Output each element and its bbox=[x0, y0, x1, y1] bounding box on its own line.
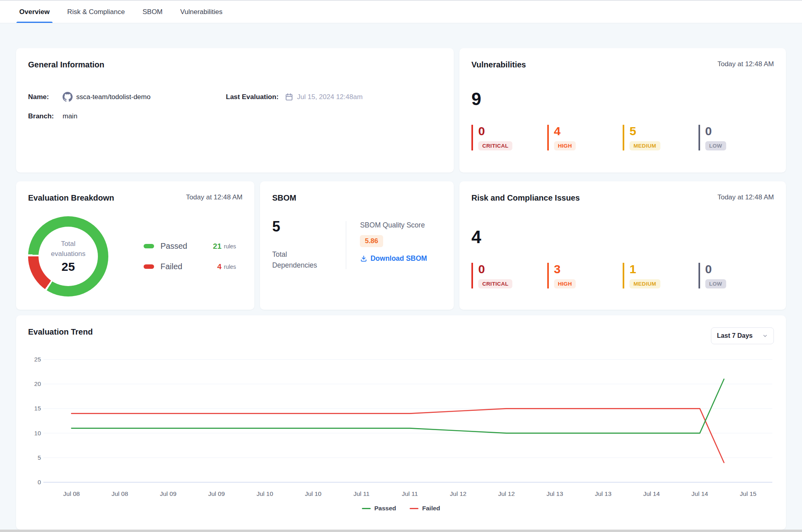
evaluation-trend-title: Evaluation Trend bbox=[28, 327, 93, 337]
svg-text:15: 15 bbox=[34, 405, 41, 412]
svg-text:Jul 11: Jul 11 bbox=[353, 490, 370, 497]
last-evaluation-value: Jul 15, 2024 12:48am bbox=[297, 93, 363, 101]
risk-compliance-card: Risk and Compliance Issues Today at 12:4… bbox=[459, 181, 786, 310]
risk-critical-stat: 0 CRITICAL bbox=[471, 263, 547, 288]
download-sbom-link[interactable]: Download SBOM bbox=[360, 254, 427, 263]
general-information-title: General Information bbox=[28, 60, 104, 69]
legend-row-passed: Passed 21 rules bbox=[144, 242, 236, 251]
vuln-critical-count: 0 bbox=[478, 125, 547, 138]
svg-text:Jul 13: Jul 13 bbox=[546, 490, 563, 497]
passed-pill-icon bbox=[144, 244, 154, 248]
branch-value: main bbox=[63, 112, 77, 120]
risk-compliance-timestamp: Today at 12:48 AM bbox=[717, 193, 774, 201]
evaluations-donut-chart: Total evaluations 25 bbox=[28, 216, 108, 296]
medium-badge: MEDIUM bbox=[629, 141, 660, 150]
evaluation-trend-chart: 0510152025Jul 08Jul 08Jul 09Jul 09Jul 10… bbox=[28, 354, 774, 503]
risk-low-stat: 0 LOW bbox=[698, 263, 774, 288]
dashboard-page: General Information Name: ssca-team/todo… bbox=[0, 23, 802, 530]
last-evaluation-label: Last Evaluation: bbox=[226, 93, 278, 101]
trend-failed-label: Failed bbox=[422, 505, 440, 512]
svg-text:Jul 10: Jul 10 bbox=[256, 490, 273, 497]
svg-text:Jul 08: Jul 08 bbox=[112, 490, 128, 497]
tab-overview[interactable]: Overview bbox=[19, 1, 50, 23]
vulnerabilities-timestamp: Today at 12:48 AM bbox=[717, 60, 774, 68]
trend-legend: Passed Failed bbox=[28, 505, 774, 512]
svg-text:Jul 14: Jul 14 bbox=[643, 490, 660, 497]
risk-low-count: 0 bbox=[705, 263, 774, 276]
evaluation-breakdown-timestamp: Today at 12:48 AM bbox=[186, 193, 243, 201]
high-badge: HIGH bbox=[554, 279, 576, 288]
svg-text:10: 10 bbox=[34, 430, 41, 437]
sbom-quality-score-value: 5.86 bbox=[360, 235, 383, 247]
branch-label: Branch: bbox=[28, 112, 55, 120]
vulnerabilities-title: Vulnerabilities bbox=[471, 60, 526, 69]
svg-text:Jul 11: Jul 11 bbox=[402, 490, 418, 497]
svg-text:20: 20 bbox=[34, 380, 41, 387]
general-information-card: General Information Name: ssca-team/todo… bbox=[16, 48, 454, 173]
trend-legend-failed[interactable]: Failed bbox=[410, 505, 440, 512]
tab-vulnerabilities[interactable]: Vulnerabilities bbox=[180, 1, 222, 23]
failed-pill-icon bbox=[144, 264, 154, 269]
svg-text:25: 25 bbox=[34, 356, 41, 363]
evaluation-trend-card: Evaluation Trend Last 7 Days 0510152025J… bbox=[16, 315, 786, 530]
legend-row-failed: Failed 4 rules bbox=[144, 262, 236, 271]
sbom-title: SBOM bbox=[272, 193, 296, 203]
repo-name-value: ssca-team/todolist-demo bbox=[76, 93, 150, 101]
vulnerabilities-total: 9 bbox=[471, 90, 774, 108]
svg-text:5: 5 bbox=[38, 454, 41, 461]
svg-text:Jul 09: Jul 09 bbox=[208, 490, 225, 497]
svg-text:Jul 09: Jul 09 bbox=[160, 490, 176, 497]
trend-legend-passed[interactable]: Passed bbox=[362, 505, 396, 512]
total-dependencies-label: Total Dependencies bbox=[272, 249, 324, 271]
name-label: Name: bbox=[28, 93, 55, 101]
sbom-quality-score-label: SBOM Quality Score bbox=[360, 221, 427, 229]
horizontal-scrollbar[interactable] bbox=[0, 530, 802, 532]
evaluation-breakdown-card: Evaluation Breakdown Today at 12:48 AM T… bbox=[16, 181, 254, 310]
passed-line-icon bbox=[362, 508, 371, 509]
passed-value: 21 bbox=[202, 242, 221, 251]
risk-high-stat: 3 HIGH bbox=[547, 263, 623, 288]
tab-bar: Overview Risk & Compliance SBOM Vulnerab… bbox=[0, 0, 802, 23]
vuln-high-count: 4 bbox=[554, 125, 623, 138]
date-range-select[interactable]: Last 7 Days bbox=[711, 327, 774, 344]
vuln-medium-count: 5 bbox=[629, 125, 698, 138]
tab-risk-compliance[interactable]: Risk & Compliance bbox=[67, 1, 125, 23]
date-range-value: Last 7 Days bbox=[717, 332, 753, 339]
passed-unit: rules bbox=[224, 243, 236, 250]
high-badge: HIGH bbox=[554, 141, 576, 150]
donut-center: Total evaluations 25 bbox=[39, 227, 98, 286]
risk-medium-stat: 1 MEDIUM bbox=[623, 263, 698, 288]
low-badge: LOW bbox=[705, 141, 726, 150]
failed-label: Failed bbox=[160, 262, 202, 271]
calendar-icon bbox=[285, 93, 293, 101]
risk-high-count: 3 bbox=[554, 263, 623, 276]
svg-text:Jul 12: Jul 12 bbox=[498, 490, 515, 497]
critical-badge: CRITICAL bbox=[478, 279, 512, 288]
svg-text:Jul 15: Jul 15 bbox=[740, 490, 756, 497]
trend-passed-label: Passed bbox=[374, 505, 396, 512]
failed-line-icon bbox=[410, 508, 418, 509]
vuln-high-stat: 4 HIGH bbox=[547, 125, 623, 150]
vuln-critical-stat: 0 CRITICAL bbox=[471, 125, 547, 150]
failed-value: 4 bbox=[202, 262, 221, 271]
tab-sbom[interactable]: SBOM bbox=[142, 1, 162, 23]
vuln-medium-stat: 5 MEDIUM bbox=[623, 125, 698, 150]
medium-badge: MEDIUM bbox=[629, 279, 660, 288]
download-sbom-label: Download SBOM bbox=[370, 254, 427, 263]
risk-medium-count: 1 bbox=[629, 263, 698, 276]
svg-text:Jul 14: Jul 14 bbox=[692, 490, 709, 497]
svg-text:Jul 10: Jul 10 bbox=[305, 490, 322, 497]
svg-text:Jul 13: Jul 13 bbox=[595, 490, 611, 497]
github-icon bbox=[63, 92, 73, 102]
risk-total: 4 bbox=[471, 228, 774, 246]
svg-text:Jul 08: Jul 08 bbox=[63, 490, 80, 497]
svg-text:0: 0 bbox=[38, 479, 41, 485]
vuln-low-count: 0 bbox=[705, 125, 774, 138]
svg-text:Jul 12: Jul 12 bbox=[450, 490, 466, 497]
donut-total: 25 bbox=[61, 260, 75, 274]
passed-label: Passed bbox=[160, 242, 202, 251]
sbom-card: SBOM 5 Total Dependencies SBOM Quality S… bbox=[260, 181, 454, 310]
donut-center-label-1: Total bbox=[61, 240, 75, 248]
repo-name-row: Name: ssca-team/todolist-demo Last Evalu… bbox=[28, 92, 442, 102]
critical-badge: CRITICAL bbox=[478, 141, 512, 150]
